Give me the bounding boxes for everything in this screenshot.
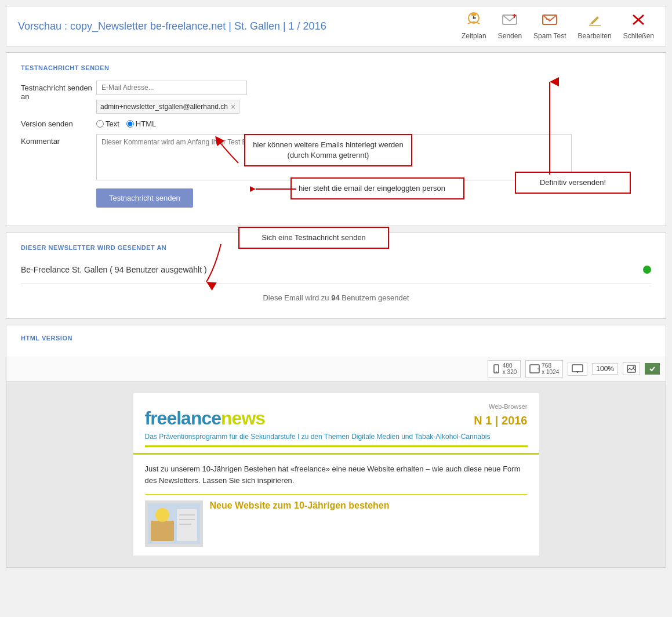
testnachricht-senden-button[interactable]: Testnachricht senden	[96, 188, 193, 208]
mobile-view-button[interactable]: 480 x 320	[488, 360, 521, 378]
html-version-header: HTML VERSION	[6, 325, 666, 357]
online-indicator	[643, 266, 651, 274]
spam-test-label: Spam Test	[533, 32, 566, 40]
newsletter-body: Just zu unserem 10-Jährigen Bestehen hat…	[133, 455, 539, 556]
newsletter-subtitle: Das Präventionsprogramm für die Sekundar…	[145, 433, 528, 447]
svg-point-19	[537, 368, 539, 369]
newsletter-header: freelancenews Web-Browser N 1 | 2016 Das…	[133, 393, 539, 455]
senden-an-label: Testnachricht senden an	[21, 81, 96, 101]
bearbeiten-icon	[587, 12, 603, 31]
recipients-group-name: Be-Freelance St. Gallen ( 94 Benutzer au…	[21, 265, 207, 274]
spam-test-button[interactable]: Spam Test	[533, 12, 566, 40]
recipients-row: Be-Freelance St. Gallen ( 94 Benutzer au…	[21, 260, 651, 279]
newsletter-intro: Just zu unserem 10-Jährigen Bestehen hat…	[145, 463, 528, 488]
zeitplan-icon	[466, 12, 482, 31]
arrow-tooltip2	[250, 180, 296, 198]
check-icon	[649, 365, 656, 372]
test-panel: TESTNACHRICHT SENDEN hier können weitere…	[6, 52, 666, 226]
desktop-icon	[572, 364, 583, 373]
email-input[interactable]	[96, 81, 247, 95]
header-actions: Zeitplan Senden Spam Test	[462, 12, 654, 40]
test-section-title: TESTNACHRICHT SENDEN	[21, 64, 651, 71]
version-label: Version senden	[21, 119, 96, 128]
email-tag: admin+newsletter_stgallen@allerhand.ch ×	[96, 100, 239, 114]
version-text-option[interactable]: Text	[96, 119, 119, 128]
svg-rect-20	[572, 365, 583, 372]
email-row: Testnachricht senden an admin+newsletter…	[21, 81, 651, 114]
recipients-divider	[21, 284, 651, 284]
svg-rect-23	[627, 365, 635, 372]
newsletter-logo-area: freelancenews Web-Browser N 1 | 2016	[145, 402, 528, 429]
svg-rect-26	[151, 521, 174, 541]
image-view-button[interactable]	[623, 362, 640, 375]
schliessen-icon	[630, 12, 646, 31]
email-remove-button[interactable]: ×	[231, 102, 235, 111]
senden-icon	[502, 12, 518, 31]
web-browser-label: Web-Browser	[474, 402, 527, 412]
newsletter-article: Neue Website zum 10-Jährigen bestehen	[145, 494, 528, 547]
svg-rect-11	[591, 16, 599, 24]
mobile-icon	[492, 364, 501, 373]
kommentar-label: Kommentar	[21, 134, 96, 146]
page-title: Vorschau : copy_Newsletter be-freelance.…	[18, 20, 326, 32]
version-row: Version senden Text HTML	[21, 119, 651, 128]
svg-point-27	[155, 508, 169, 522]
tooltip-definitiv: Definitiv versenden!	[515, 172, 631, 194]
version-html-option[interactable]: HTML	[126, 119, 156, 128]
bearbeiten-button[interactable]: Bearbeiten	[578, 12, 612, 40]
logo-news: news	[221, 408, 265, 429]
email-tag-text: admin+newsletter_stgallen@allerhand.ch	[100, 103, 228, 111]
content-area: TESTNACHRICHT SENDEN hier können weitere…	[6, 52, 666, 568]
recipients-summary: Diese Email wird zu 94 Benutzern gesende…	[21, 289, 651, 307]
tooltip-emails: hier können weitere Emails hinterlegt we…	[244, 134, 412, 166]
newsletter-issue: Web-Browser N 1 | 2016	[474, 402, 527, 429]
svg-point-5	[473, 17, 475, 19]
svg-rect-1	[471, 13, 474, 16]
image-icon	[627, 365, 636, 373]
newsletter-preview: freelancenews Web-Browser N 1 | 2016 Das…	[6, 382, 666, 567]
svg-rect-28	[177, 509, 197, 541]
tablet-view-button[interactable]: 768 x 1024	[525, 360, 563, 378]
tooltip-eingeloggt: hier steht die email der eingeloggten pe…	[290, 177, 464, 199]
version-text-radio[interactable]	[96, 120, 104, 128]
schliessen-label: Schließen	[623, 32, 654, 40]
article-thumbnail	[145, 500, 203, 547]
svg-rect-2	[474, 13, 476, 16]
zeitplan-button[interactable]: Zeitplan	[462, 12, 486, 40]
preview-toolbar: 480 x 320 768 x 1024 100%	[6, 357, 666, 382]
version-radio-group: Text HTML	[96, 119, 156, 128]
logo-freelance: freelance	[145, 408, 221, 429]
schliessen-button[interactable]: Schließen	[623, 12, 654, 40]
newsletter-inner: freelancenews Web-Browser N 1 | 2016 Das…	[133, 393, 539, 556]
article-content: Neue Website zum 10-Jährigen bestehen	[210, 500, 390, 547]
senden-label: Senden	[498, 32, 522, 40]
top-header: Vorschau : copy_Newsletter be-freelance.…	[6, 6, 666, 46]
version-html-radio[interactable]	[126, 120, 134, 128]
issue-number: N 1 | 2016	[474, 412, 527, 429]
html-section-title: HTML VERSION	[21, 335, 651, 342]
bearbeiten-label: Bearbeiten	[578, 32, 612, 40]
confirm-button[interactable]	[645, 363, 660, 375]
senden-button[interactable]: Senden	[498, 12, 522, 40]
email-field-area: admin+newsletter_stgallen@allerhand.ch ×	[96, 81, 651, 114]
article-title: Neue Website zum 10-Jährigen bestehen	[210, 500, 390, 511]
html-version-panel: HTML VERSION Vorschaubereich, nicht mehr…	[6, 325, 666, 568]
spam-icon	[542, 12, 558, 31]
svg-point-24	[633, 366, 635, 368]
freelance-logo: freelancenews	[145, 408, 266, 429]
desktop-view-button[interactable]	[568, 362, 587, 376]
tooltip-send-test: Sich eine Testnachricht senden	[238, 227, 389, 249]
svg-point-17	[496, 371, 497, 372]
tablet-icon	[529, 364, 540, 373]
zeitplan-label: Zeitplan	[462, 32, 486, 40]
zoom-level[interactable]: 100%	[592, 363, 618, 375]
